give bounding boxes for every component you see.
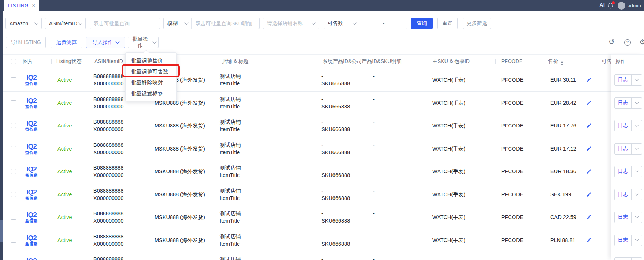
id-type-select-value: ASIN/itemID (49, 21, 77, 26)
batch-menu-item-1[interactable]: 批量调整售价 (126, 55, 176, 66)
main-sku-cell: WATCH(手表) (432, 183, 465, 206)
listing-status: Active (57, 137, 72, 160)
chevron-down-icon[interactable] (631, 189, 642, 200)
export-listing-button[interactable]: 导出LISTING (6, 37, 46, 48)
chevron-down-icon[interactable] (631, 212, 642, 223)
edit-price-icon[interactable] (586, 238, 592, 243)
gear-icon[interactable]: ⚙ (639, 38, 644, 46)
listing-status: Active (57, 183, 72, 206)
shop-title-cell: 测试店铺ItemTitle (220, 92, 241, 114)
batch-ops-button[interactable]: 批量操作 (128, 37, 159, 48)
edit-price-icon[interactable] (586, 123, 592, 129)
bell-icon[interactable] (607, 3, 614, 10)
sku-search-input[interactable] (192, 18, 259, 29)
close-icon[interactable]: ✕ (32, 3, 35, 8)
log-button[interactable]: 日志 (614, 97, 642, 109)
chevron-down-icon[interactable] (631, 144, 642, 154)
row-actions: 日志 (611, 229, 644, 252)
row-checkbox[interactable] (11, 100, 16, 105)
log-button[interactable]: 日志 (614, 120, 642, 131)
msku-cell: MSKU888 (海外发货) (155, 137, 205, 160)
pinned-rows: 日志日志日志日志日志日志日志日志日志 (611, 68, 644, 260)
brand-logo-symbol: IQ2 (26, 234, 37, 241)
import-ops-button[interactable]: 导入操作 (86, 37, 125, 48)
sys-product-cell: -SKU666888 (321, 160, 350, 183)
row-checkbox[interactable] (11, 192, 16, 197)
platform-select[interactable]: Amazon (5, 18, 42, 29)
edit-price-icon[interactable] (586, 169, 592, 174)
ai-assistant-button[interactable]: AI (599, 2, 605, 8)
row-checkbox[interactable] (11, 123, 16, 128)
id-search-input[interactable] (90, 18, 160, 29)
main-sku-cell: WATCH(手表) (432, 229, 465, 252)
edit-price-icon[interactable] (586, 215, 592, 220)
row-checkbox[interactable] (11, 238, 16, 243)
price-cell: EUR 17.12 (550, 137, 576, 160)
chevron-down-icon[interactable] (631, 75, 642, 85)
divider (543, 59, 543, 64)
match-mode-select[interactable]: 模糊 (164, 18, 191, 29)
chevron-down-icon (353, 21, 357, 25)
log-button[interactable]: 日志 (614, 74, 642, 86)
edit-price-icon[interactable] (586, 192, 592, 197)
chevron-down-icon[interactable] (631, 98, 642, 108)
brand-logo-symbol: IQ2 (26, 97, 37, 104)
chevron-down-icon (152, 40, 156, 44)
pfcode-cell: PFCODE (501, 252, 523, 260)
row-checkbox[interactable] (11, 77, 16, 82)
username[interactable]: admin (628, 3, 641, 8)
avatar[interactable] (618, 2, 625, 10)
row-checkbox[interactable] (11, 146, 16, 151)
header-actions: 操作 (611, 54, 644, 68)
chevron-down-icon (34, 21, 38, 25)
sort-price-icon[interactable] (561, 61, 563, 66)
scrollbar-thumb[interactable] (0, 220, 3, 242)
reset-button[interactable]: 重置 (437, 18, 458, 29)
more-filters-button[interactable]: 更多筛选 (463, 18, 491, 29)
company-product-cell: - (373, 252, 375, 260)
price-cell: EUR 18.36 (550, 160, 576, 183)
brand-logo-symbol: IQ2 (26, 143, 37, 150)
log-button[interactable]: 日志 (614, 166, 642, 177)
log-button[interactable]: 日志 (614, 212, 642, 223)
sellable-qty-group: 可售数 - (324, 18, 407, 29)
log-button[interactable]: 日志 (614, 235, 642, 246)
divider (318, 59, 318, 64)
freight-calc-button[interactable]: 运费测算 (51, 37, 82, 48)
chevron-down-icon[interactable] (631, 258, 642, 260)
help-icon[interactable]: ? (624, 39, 631, 46)
batch-menu-item-2[interactable]: 批量调整可售数 (126, 66, 176, 77)
select-all-checkbox[interactable] (11, 59, 16, 64)
log-button-label: 日志 (615, 235, 631, 246)
shop-select[interactable]: 请选择店铺名称 (263, 18, 319, 29)
row-checkbox[interactable] (11, 169, 16, 174)
divider (217, 59, 217, 64)
edit-price-icon[interactable] (586, 146, 592, 152)
metric-select[interactable]: 可售数 (324, 18, 360, 29)
batch-menu-item-4[interactable]: 批量设置标签 (126, 88, 176, 99)
chevron-down-icon[interactable] (631, 166, 642, 177)
qty-range-input[interactable]: - (360, 18, 407, 29)
edit-price-icon[interactable] (586, 77, 592, 83)
log-button[interactable]: 日志 (614, 257, 642, 260)
main-sku-cell: WATCH(手表) (432, 252, 465, 260)
row-checkbox[interactable] (11, 215, 16, 220)
brand-logo-symbol: IQ2 (26, 211, 37, 218)
log-button[interactable]: 日志 (614, 189, 642, 200)
id-type-select[interactable]: ASIN/itemID (45, 18, 86, 29)
query-button[interactable]: 查询 (411, 18, 433, 29)
chevron-down-icon[interactable] (631, 235, 642, 246)
price-cell: SEK 199 (550, 183, 571, 206)
tab-listing[interactable]: LISTING ✕ (4, 0, 39, 11)
product-image: IQ2益佰勤 (22, 252, 41, 260)
brand-logo-name: 益佰勤 (25, 173, 38, 177)
chevron-down-icon[interactable] (631, 120, 642, 131)
product-image: IQ2益佰勤 (22, 114, 41, 137)
row-actions: 日志 (611, 252, 644, 260)
shop-title-cell: 测试店铺ItemTitle (220, 68, 241, 91)
brand-logo-symbol: IQ2 (26, 257, 37, 260)
batch-menu-item-3[interactable]: 批量解除映射 (126, 77, 176, 88)
edit-price-icon[interactable] (586, 100, 592, 106)
log-button[interactable]: 日志 (614, 143, 642, 155)
refresh-icon[interactable]: ↺ (608, 37, 615, 46)
